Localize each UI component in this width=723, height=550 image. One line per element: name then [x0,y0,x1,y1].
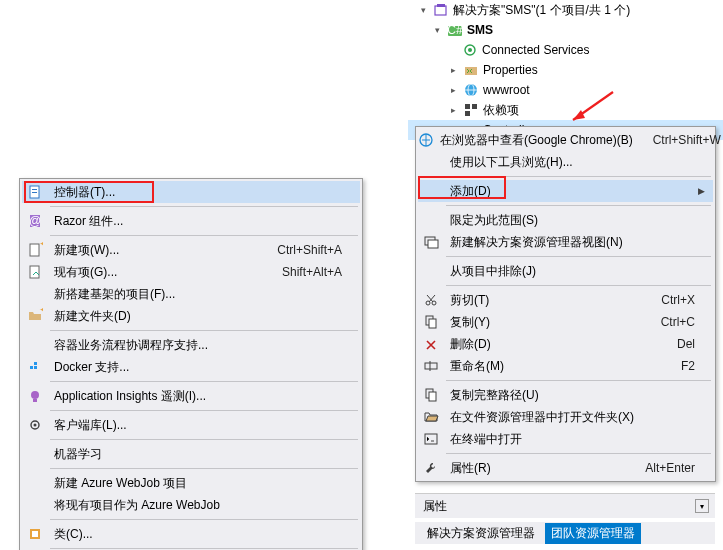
menu-item-add[interactable]: 添加(D) ▶ [418,180,713,202]
tab-solution-explorer[interactable]: 解决方案资源管理器 [421,523,541,544]
svg-rect-34 [30,266,39,278]
node-label: Connected Services [482,43,589,57]
svg-point-5 [468,48,472,52]
chevron-right-icon[interactable]: ▸ [448,65,459,76]
menu-separator [50,235,358,236]
menu-label: 复制(Y) [444,314,641,331]
svg-rect-11 [472,104,477,109]
menu-item-scope[interactable]: 限定为此范围(S) [418,209,713,231]
menu-label: Razor 组件... [48,213,360,230]
menu-label: 新建解决方案资源管理器视图(N) [444,234,713,251]
menu-item-existing-webjob[interactable]: 将现有项目作为 Azure WebJob [22,494,360,516]
gear-icon [27,417,43,433]
menu-item-class[interactable]: 类(C)... [22,523,360,545]
menu-shortcut: Ctrl+X [641,293,713,307]
copy-icon [423,314,439,330]
menu-item-machine-learning[interactable]: 机器学习 [22,443,360,465]
menu-item-open-terminal[interactable]: 在终端中打开 [418,428,713,450]
svg-rect-40 [33,399,37,402]
menu-item-container-support[interactable]: 容器业务流程协调程序支持... [22,334,360,356]
menu-item-new-folder[interactable]: ✦ 新建文件夹(D) [22,305,360,327]
menu-item-existing-item[interactable]: 现有项(G)... Shift+Alt+A [22,261,360,283]
docker-icon [27,359,43,375]
csproj-icon: C# [447,22,463,38]
dependencies-icon [463,102,479,118]
properties-title: 属性 [423,498,447,515]
properties-panel-header: 属性 ▾ [415,493,715,518]
menu-label: 新建 Azure WebJob 项目 [48,475,360,492]
menu-item-docker-support[interactable]: Docker 支持... [22,356,360,378]
service-icon [462,42,478,58]
scissors-icon [423,292,439,308]
menu-label: 类(C)... [48,526,360,543]
svg-rect-26 [425,434,437,444]
menu-label: 现有项(G)... [48,264,262,281]
svg-text:@: @ [29,214,41,228]
svg-text:✦: ✦ [39,308,43,317]
menu-item-copy[interactable]: 复制(Y) Ctrl+C [418,311,713,333]
menu-separator [446,453,711,454]
menu-item-view-in-browser[interactable]: 在浏览器中查看(Google Chrome)(B) Ctrl+Shift+W [418,129,713,151]
menu-item-razor[interactable]: @ Razor 组件... [22,210,360,232]
terminal-icon [423,431,439,447]
svg-rect-37 [34,366,37,369]
svg-rect-38 [34,362,37,365]
menu-separator [446,380,711,381]
context-menu-folder: 在浏览器中查看(Google Chrome)(B) Ctrl+Shift+W 使… [415,126,716,482]
menu-item-new-item[interactable]: ✦ 新建项(W)... Ctrl+Shift+A [22,239,360,261]
menu-item-rename[interactable]: 重命名(M) F2 [418,355,713,377]
menu-item-delete[interactable]: 删除(D) Del [418,333,713,355]
connected-services-node[interactable]: Connected Services [408,40,723,60]
menu-item-controller[interactable]: 控制器(T)... [22,181,360,203]
menu-item-new-webjob[interactable]: 新建 Azure WebJob 项目 [22,472,360,494]
menu-shortcut: Alt+Enter [625,461,713,475]
menu-item-browse-with[interactable]: 使用以下工具浏览(H)... [418,151,713,173]
svg-rect-10 [465,104,470,109]
menu-separator [50,381,358,382]
menu-item-cut[interactable]: 剪切(T) Ctrl+X [418,289,713,311]
menu-item-app-insights[interactable]: Application Insights 遥测(I)... [22,385,360,407]
chevron-down-icon[interactable]: ▾ [418,5,429,16]
svg-text:C#: C# [447,23,463,37]
solution-node[interactable]: ▾ 解决方案"SMS"(1 个项目/共 1 个) [408,0,723,20]
node-label: wwwroot [483,83,530,97]
menu-separator [50,410,358,411]
menu-item-copy-path[interactable]: 复制完整路径(U) [418,384,713,406]
menu-item-exclude[interactable]: 从项目中排除(J) [418,260,713,282]
razor-icon: @ [27,213,43,229]
properties-node[interactable]: ▸ Properties [408,60,723,80]
svg-rect-29 [32,192,37,193]
svg-rect-32 [30,244,39,256]
menu-item-new-solution-view[interactable]: 新建解决方案资源管理器视图(N) [418,231,713,253]
menu-item-client-library[interactable]: 客户端库(L)... [22,414,360,436]
project-node[interactable]: ▾ C# SMS [408,20,723,40]
delete-icon [423,336,439,352]
chevron-down-icon[interactable]: ▾ [432,25,443,36]
menu-label: 新建文件夹(D) [48,308,360,325]
menu-shortcut: Ctrl+C [641,315,713,329]
chevron-right-icon[interactable]: ▸ [448,85,459,96]
browser-icon [418,132,434,148]
menu-label: 新建项(W)... [48,242,257,259]
menu-item-scaffold[interactable]: 新搭建基架的项目(F)... [22,283,360,305]
menu-label: 新搭建基架的项目(F)... [48,286,360,303]
new-item-icon: ✦ [27,242,43,258]
dropdown-icon[interactable]: ▾ [695,499,709,513]
menu-shortcut: Ctrl+Shift+A [257,243,360,257]
tab-team-explorer[interactable]: 团队资源管理器 [545,523,641,544]
menu-label: 控制器(T)... [48,184,360,201]
wrench-icon [423,460,439,476]
menu-item-properties[interactable]: 属性(R) Alt+Enter [418,457,713,479]
solution-label: 解决方案"SMS"(1 个项目/共 1 个) [453,2,630,19]
new-window-icon [423,234,439,250]
tool-window-tabs: 解决方案资源管理器 团队资源管理器 [415,522,715,544]
menu-separator [446,205,711,206]
svg-point-39 [31,391,39,399]
menu-label: Application Insights 遥测(I)... [48,388,360,405]
existing-item-icon [27,264,43,280]
chevron-right-icon[interactable]: ▸ [448,105,459,116]
svg-text:✦: ✦ [39,242,43,251]
menu-label: 删除(D) [444,336,657,353]
menu-item-open-folder[interactable]: 在文件资源管理器中打开文件夹(X) [418,406,713,428]
menu-separator [50,439,358,440]
